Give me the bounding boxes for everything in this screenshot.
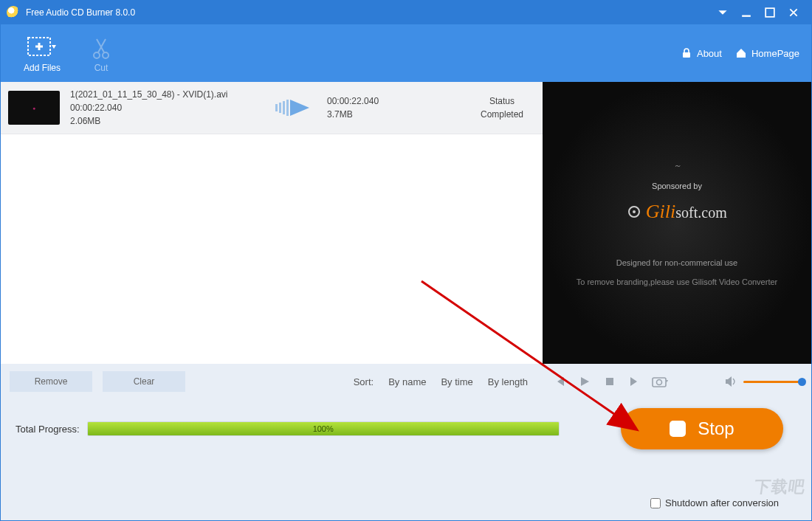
next-button[interactable] <box>627 373 643 390</box>
sort-by-length[interactable]: By length <box>488 376 528 387</box>
preview-controls <box>543 364 811 399</box>
file-status-label: Status <box>469 94 535 108</box>
total-progress-label: Total Progress: <box>16 424 80 435</box>
add-files-button[interactable]: Add Files <box>13 27 72 79</box>
minimize-button[interactable] <box>734 4 758 21</box>
maximize-button[interactable] <box>758 4 782 21</box>
preview-video: ～ Sponsored by Gilisoft.com Designed for… <box>543 82 811 364</box>
svg-point-13 <box>633 210 636 213</box>
file-meta: 1(2021_01_11_15_30_48) - XVID(1).avi 00:… <box>70 88 262 128</box>
svg-point-16 <box>657 380 662 385</box>
file-row[interactable]: ● 1(2021_01_11_15_30_48) - XVID(1).avi 0… <box>1 82 543 134</box>
home-icon <box>735 47 747 59</box>
snapshot-button[interactable] <box>652 373 668 390</box>
sort-group: Sort: By name By time By length <box>354 376 534 387</box>
dropdown-button[interactable] <box>711 4 734 21</box>
svg-point-5 <box>94 52 100 58</box>
gear-icon <box>627 204 641 219</box>
file-out-size: 3.7MB <box>327 108 416 121</box>
svg-rect-8 <box>275 104 278 111</box>
file-in-duration: 00:00:22.040 <box>70 101 262 114</box>
lock-icon <box>681 47 692 59</box>
bottom-panel: Total Progress: 100% Stop Shutdown after… <box>1 399 811 520</box>
sort-label: Sort: <box>354 376 374 387</box>
about-label: About <box>697 48 722 59</box>
remove-button[interactable]: Remove <box>10 371 92 392</box>
progress-bar: 100% <box>87 421 560 436</box>
stop-icon <box>670 421 686 437</box>
file-status-value: Completed <box>469 108 535 121</box>
watermark: 下载吧 <box>753 476 807 498</box>
file-output: 00:00:22.040 3.7MB <box>327 94 416 121</box>
file-out-duration: 00:00:22.040 <box>327 94 416 108</box>
file-in-size: 2.06MB <box>70 114 262 128</box>
add-files-label: Add Files <box>24 63 61 73</box>
file-list: ● 1(2021_01_11_15_30_48) - XVID(1).avi 0… <box>1 82 543 364</box>
play-button[interactable] <box>577 373 593 390</box>
brand-gili: Gili <box>646 201 675 222</box>
svg-rect-14 <box>606 378 613 385</box>
svg-rect-11 <box>286 100 289 116</box>
progress-text: 100% <box>313 424 334 433</box>
stop-label: Stop <box>698 418 734 439</box>
brand-soft: soft <box>675 204 698 221</box>
stop-preview-button[interactable] <box>602 373 618 390</box>
cut-label: Cut <box>94 63 109 73</box>
sort-by-name[interactable]: By name <box>388 376 426 387</box>
volume-control[interactable] <box>677 376 802 387</box>
app-icon <box>7 6 20 19</box>
homepage-link[interactable]: HomePage <box>735 47 799 59</box>
clear-button[interactable]: Clear <box>103 371 185 392</box>
window-title: Free Audio CD Burner 8.0.0 <box>26 7 711 18</box>
convert-arrow-icon <box>272 98 317 117</box>
close-button[interactable] <box>782 4 805 21</box>
volume-slider[interactable] <box>743 381 802 383</box>
svg-rect-0 <box>742 15 751 17</box>
content-area: ● 1(2021_01_11_15_30_48) - XVID(1).avi 0… <box>1 82 811 399</box>
add-files-icon <box>27 33 58 63</box>
svg-point-6 <box>103 52 109 58</box>
cut-icon <box>89 33 113 63</box>
brand-logo: Gilisoft.com <box>627 201 726 223</box>
main-toolbar: Add Files Cut About HomePage <box>1 24 811 82</box>
preview-line1: Designed for non-commercial use <box>616 258 737 267</box>
file-name: 1(2021_01_11_15_30_48) - XVID(1).avi <box>70 88 262 101</box>
list-footer: Remove Clear Sort: By name By time By le… <box>1 364 543 399</box>
preview-line2: To remove branding,please use Gilisoft V… <box>577 277 778 286</box>
shutdown-label: Shutdown after conversion <box>665 497 779 508</box>
shutdown-checkbox[interactable] <box>650 498 661 508</box>
title-bar: Free Audio CD Burner 8.0.0 <box>1 1 811 24</box>
cut-button: Cut <box>72 27 131 79</box>
file-status: Status Completed <box>469 94 535 121</box>
shutdown-checkbox-row[interactable]: Shutdown after conversion <box>650 497 779 508</box>
sponsored-label: Sponsored by <box>652 182 702 190</box>
svg-rect-7 <box>683 52 690 58</box>
file-thumbnail: ● <box>8 91 60 125</box>
svg-rect-9 <box>279 103 281 113</box>
homepage-label: HomePage <box>751 48 799 59</box>
volume-icon <box>724 376 737 387</box>
stop-button[interactable]: Stop <box>621 408 783 449</box>
brand-dotcom: .com <box>698 204 726 221</box>
svg-rect-1 <box>765 8 774 17</box>
svg-rect-10 <box>283 101 285 114</box>
prev-button[interactable] <box>551 373 568 390</box>
preview-panel: ～ Sponsored by Gilisoft.com Designed for… <box>543 82 811 399</box>
about-link[interactable]: About <box>681 47 722 59</box>
sort-by-time[interactable]: By time <box>441 376 472 387</box>
file-column: ● 1(2021_01_11_15_30_48) - XVID(1).avi 0… <box>1 82 543 399</box>
